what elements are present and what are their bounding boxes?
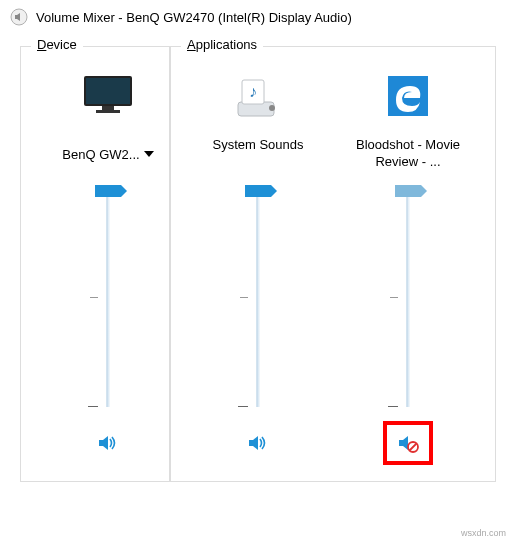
chevron-down-icon bbox=[144, 151, 154, 157]
device-group: Device BenQ GW2... bbox=[20, 46, 170, 482]
device-name: BenQ GW2... bbox=[62, 147, 139, 162]
window-title: Volume Mixer - BenQ GW2470 (Intel(R) Dis… bbox=[36, 10, 352, 25]
app-slider-thumb[interactable] bbox=[245, 185, 271, 197]
volume-mixer-icon bbox=[10, 8, 28, 26]
device-mute-button[interactable] bbox=[83, 421, 133, 465]
app-label: Bloodshot - Movie Review - ... bbox=[333, 137, 483, 171]
device-slider-thumb[interactable] bbox=[95, 185, 121, 197]
applications-group: Applications ♪ System Sounds bbox=[170, 46, 496, 482]
device-column: BenQ GW2... bbox=[33, 47, 183, 465]
app-volume-slider[interactable] bbox=[250, 187, 266, 407]
app-mute-button[interactable] bbox=[233, 421, 283, 465]
svg-point-8 bbox=[269, 105, 275, 111]
app-column-system-sounds: ♪ System Sounds bbox=[183, 47, 333, 465]
svg-rect-3 bbox=[102, 106, 114, 110]
app-mute-button-muted[interactable] bbox=[383, 421, 433, 465]
app-slider-thumb[interactable] bbox=[395, 185, 421, 197]
device-icon[interactable] bbox=[78, 63, 138, 129]
title-bar: Volume Mixer - BenQ GW2470 (Intel(R) Dis… bbox=[0, 0, 512, 34]
system-sounds-icon[interactable]: ♪ bbox=[234, 63, 282, 129]
mixer-content: Device BenQ GW2... bbox=[0, 34, 512, 482]
edge-icon[interactable] bbox=[384, 63, 432, 129]
watermark: wsxdn.com bbox=[461, 528, 506, 538]
app-column-edge: Bloodshot - Movie Review - ... bbox=[333, 47, 483, 465]
app-label: System Sounds bbox=[212, 137, 303, 171]
device-group-label: Device bbox=[31, 37, 83, 52]
svg-rect-2 bbox=[86, 78, 130, 104]
applications-group-label: Applications bbox=[181, 37, 263, 52]
svg-line-11 bbox=[410, 444, 417, 451]
device-volume-slider[interactable] bbox=[100, 187, 116, 407]
device-selector[interactable]: BenQ GW2... bbox=[62, 137, 153, 171]
app-volume-slider[interactable] bbox=[400, 187, 416, 407]
svg-rect-4 bbox=[96, 110, 120, 113]
svg-text:♪: ♪ bbox=[249, 83, 257, 100]
